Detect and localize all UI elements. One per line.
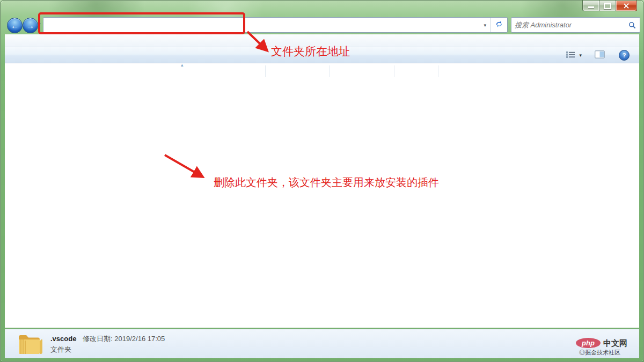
toolbar: ▾ ?: [5, 47, 639, 63]
views-icon: [566, 51, 576, 60]
watermark-community: ◎掘金技术社区: [579, 349, 620, 357]
php-logo: php: [576, 338, 601, 348]
search-icon[interactable]: [628, 21, 640, 29]
back-arrow-icon: ←: [11, 21, 19, 30]
help-button[interactable]: ?: [619, 50, 630, 61]
preview-pane-button[interactable]: [595, 50, 605, 60]
details-pane: .vscode 修改日期: 2019/2/16 17:05 文件夹 php 中文…: [5, 329, 639, 358]
maximize-button[interactable]: [599, 1, 616, 11]
help-icon: ?: [623, 52, 626, 58]
address-bar[interactable]: ▾: [43, 17, 508, 33]
column-headers: ▴: [124, 63, 639, 79]
views-caret-icon: ▾: [579, 53, 582, 58]
search-box: [511, 17, 640, 33]
explorer-window: ← → ▾ ▾: [0, 0, 644, 362]
refresh-icon: [495, 20, 503, 29]
status-file-name: .vscode: [50, 335, 76, 343]
status-file-type: 文件夹: [50, 345, 71, 354]
watermark-site: 中文网: [603, 338, 627, 349]
preview-pane-icon: [595, 50, 605, 60]
navigation-band: ← → ▾ ▾: [1, 14, 643, 34]
refresh-button[interactable]: [491, 18, 507, 32]
forward-arrow-icon: →: [26, 21, 34, 30]
close-icon: [623, 3, 630, 9]
navigation-pane: [5, 63, 124, 328]
recent-pages-caret-icon[interactable]: ▾: [38, 21, 41, 27]
status-line-1: .vscode 修改日期: 2019/2/16 17:05: [50, 334, 165, 344]
maximize-icon: [604, 3, 611, 9]
file-list: ▴: [124, 63, 639, 328]
back-button[interactable]: ←: [7, 18, 23, 33]
status-date-label: 修改日期:: [83, 335, 113, 343]
change-view-button[interactable]: ▾: [566, 51, 582, 60]
address-dropdown-caret-icon[interactable]: ▾: [479, 23, 491, 28]
search-input[interactable]: [511, 21, 628, 29]
toolbar-right: ▾ ?: [566, 47, 630, 63]
status-date-value: 2019/2/16 17:05: [114, 335, 165, 343]
title-bar[interactable]: [1, 1, 643, 14]
desktop: ← → ▾ ▾: [0, 0, 644, 362]
watermark: php 中文网 ◎掘金技术社区: [576, 337, 635, 357]
forward-button[interactable]: →: [23, 18, 38, 33]
window-controls: [582, 1, 637, 11]
sort-ascending-icon: ▴: [181, 62, 184, 68]
minimize-button[interactable]: [582, 1, 599, 11]
selected-folder-icon: [18, 333, 42, 358]
minimize-icon: [588, 6, 594, 8]
content-area: ▴: [5, 63, 639, 328]
menu-bar: [5, 34, 639, 47]
close-button[interactable]: [616, 1, 637, 11]
